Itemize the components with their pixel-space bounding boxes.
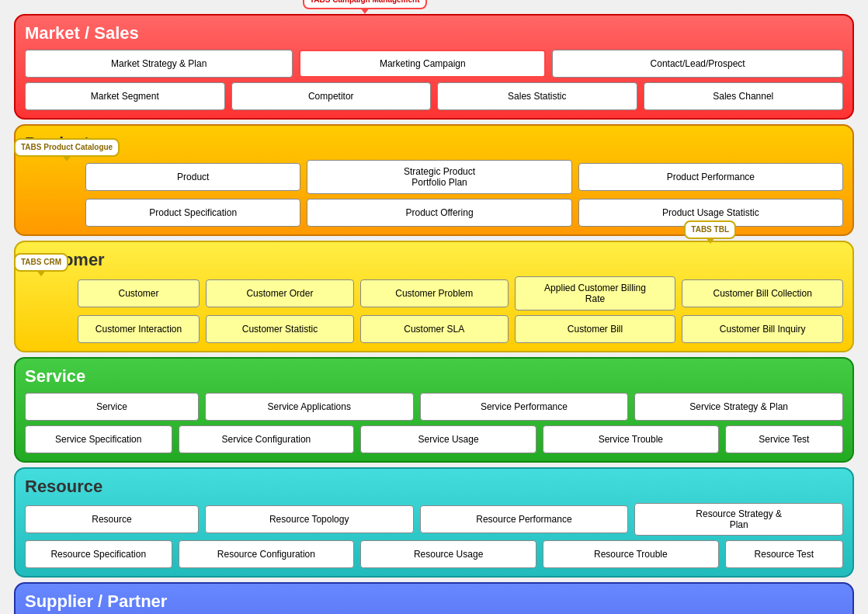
cell-resource-topology[interactable]: Resource Topology <box>205 505 414 533</box>
cell-resource-spec[interactable]: Resource Specification <box>25 540 172 568</box>
cell-customer-interaction[interactable]: Customer Interaction <box>78 315 200 343</box>
service-title: Service <box>25 366 843 387</box>
cell-service-spec[interactable]: Service Specification <box>25 425 172 453</box>
supplier-title: Supplier / Partner <box>25 591 843 612</box>
tabs-product-callout: TABS Product Catalogue <box>14 138 120 157</box>
cell-customer-bill[interactable]: Customer Bill <box>515 315 676 343</box>
cell-resource-performance[interactable]: Resource Performance <box>420 505 629 533</box>
cell-service-test[interactable]: Service Test <box>725 425 843 453</box>
cell-service-usage[interactable]: Service Usage <box>360 425 536 453</box>
tabs-crm-callout: TABS CRM <box>14 253 68 272</box>
cell-product[interactable]: Product <box>85 163 300 191</box>
resource-rows: Resource Resource Topology Resource Perf… <box>25 503 843 568</box>
cell-customer-bill-collection[interactable]: Customer Bill Collection <box>682 279 843 307</box>
cell-product-performance[interactable]: Product Performance <box>578 163 843 191</box>
cell-competitor[interactable]: Competitor <box>231 82 432 110</box>
service-row1: Service Service Applications Service Per… <box>25 393 843 421</box>
cell-market-segment[interactable]: Market Segment <box>25 82 225 110</box>
cell-strategic-product[interactable]: Strategic Product Portfolio Plan <box>307 160 571 194</box>
cell-customer-order[interactable]: Customer Order <box>206 279 354 307</box>
customer-row1: Customer Customer Order Customer Problem… <box>25 276 843 310</box>
cell-customer-sla[interactable]: Customer SLA <box>360 315 509 343</box>
cell-resource-test[interactable]: Resource Test <box>725 540 843 568</box>
cell-customer-bill-inquiry[interactable]: Customer Bill Inquiry <box>682 315 843 343</box>
cell-sales-statistic[interactable]: Sales Statistic <box>437 82 637 110</box>
cell-service-trouble[interactable]: Service Trouble <box>543 425 719 453</box>
cell-resource-config[interactable]: Resource Configuration <box>179 540 355 568</box>
service-rows: Service Service Applications Service Per… <box>25 393 843 453</box>
cell-resource[interactable]: Resource <box>25 505 199 533</box>
cell-applied-billing[interactable]: Applied Customer Billing Rate <box>515 276 676 310</box>
cell-product-offering[interactable]: Product Offering <box>307 199 571 227</box>
cell-customer-statistic[interactable]: Customer Statistic <box>206 315 354 343</box>
market-row2: Market Segment Competitor Sales Statisti… <box>25 82 843 110</box>
cell-product-spec[interactable]: Product Specification <box>85 199 300 227</box>
tabs-tbl-callout: TABS TBL <box>684 220 736 239</box>
supplier-section: Supplier / Partner Supplier/Partner S/P … <box>14 582 854 614</box>
product-title: Product <box>25 134 843 154</box>
market-row1: Market Strategy & Plan Marketing Campaig… <box>25 50 843 78</box>
cell-marketing-campaign[interactable]: Marketing Campaign <box>299 50 546 78</box>
cell-customer[interactable]: Customer <box>78 279 200 307</box>
cell-service-performance[interactable]: Service Performance <box>420 393 629 421</box>
market-title: Market / Sales <box>25 23 843 43</box>
cell-resource-strategy[interactable]: Resource Strategy & Plan <box>634 503 843 536</box>
resource-row2: Resource Specification Resource Configur… <box>25 540 843 568</box>
product-row1: Product Strategic Product Portfolio Plan… <box>25 160 843 194</box>
service-section: Service Service Service Applications Ser… <box>14 357 854 463</box>
main-container: TABS Campaign Management Market / Sales … <box>8 8 860 614</box>
resource-row1: Resource Resource Topology Resource Perf… <box>25 503 843 536</box>
resource-section: Resource Resource Resource Topology Reso… <box>14 467 854 578</box>
cell-service-config[interactable]: Service Configuration <box>179 425 355 453</box>
service-row2: Service Specification Service Configurat… <box>25 425 843 453</box>
customer-section: TABS CRM TABS TBL Customer Customer Cust… <box>14 241 854 352</box>
cell-service-apps[interactable]: Service Applications <box>205 393 414 421</box>
tabs-campaign-callout: TABS Campaign Management <box>303 0 427 9</box>
customer-rows: Customer Customer Order Customer Problem… <box>25 276 843 343</box>
market-section: TABS Campaign Management Market / Sales … <box>14 14 854 120</box>
cell-sales-channel[interactable]: Sales Channel <box>644 82 844 110</box>
customer-title: Customer <box>25 250 843 270</box>
product-section: TABS Product Catalogue Product Product S… <box>14 124 854 236</box>
cell-resource-usage[interactable]: Resource Usage <box>360 540 536 568</box>
product-rows: Product Strategic Product Portfolio Plan… <box>25 160 843 227</box>
cell-market-strategy[interactable]: Market Strategy & Plan <box>25 50 293 78</box>
cell-service[interactable]: Service <box>25 393 199 421</box>
cell-resource-trouble[interactable]: Resource Trouble <box>543 540 719 568</box>
cell-contact-lead[interactable]: Contact/Lead/Prospect <box>552 50 843 78</box>
cell-service-strategy[interactable]: Service Strategy & Plan <box>634 393 843 421</box>
customer-row2: Customer Interaction Customer Statistic … <box>25 315 843 343</box>
resource-title: Resource <box>25 477 843 497</box>
cell-customer-problem[interactable]: Customer Problem <box>360 279 509 307</box>
market-rows: Market Strategy & Plan Marketing Campaig… <box>25 50 843 110</box>
